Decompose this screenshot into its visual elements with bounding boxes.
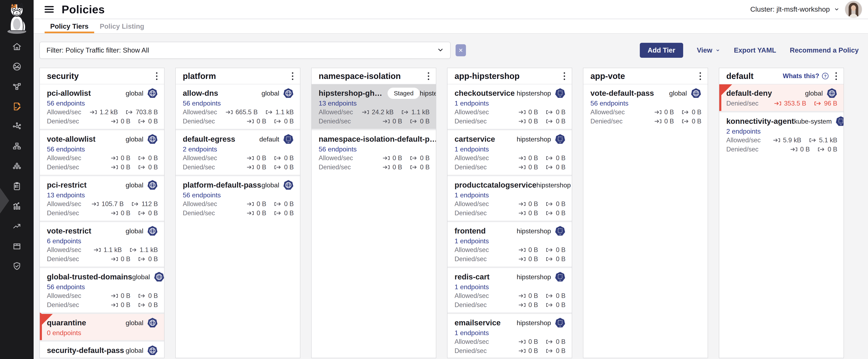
tab-policy-tiers[interactable]: Policy Tiers bbox=[44, 19, 94, 33]
endpoints-link[interactable]: 1 endpoints bbox=[455, 238, 489, 245]
policy-card-header: konnectivity-agent kube-system ns bbox=[726, 116, 837, 126]
policy-card[interactable]: default-deny global Denied/sec 353.5 B 9… bbox=[719, 84, 843, 111]
sidebar-item-network-topology[interactable] bbox=[0, 77, 34, 96]
clear-filter-button[interactable] bbox=[456, 44, 466, 56]
tier-menu-button[interactable] bbox=[698, 70, 703, 82]
ingress-arrow-icon bbox=[519, 339, 526, 344]
export-yaml-button[interactable]: Export YAML bbox=[734, 46, 776, 54]
allowed-egress-value: 5.1 kB bbox=[809, 137, 837, 144]
policy-card[interactable]: redis-cart hipstershop ns 1 endpoints Al… bbox=[447, 267, 572, 312]
cluster-selector[interactable]: Cluster: jlt-msft-workshop bbox=[750, 5, 839, 13]
topbar: Policies Cluster: jlt-msft-workshop bbox=[34, 0, 868, 19]
denied-egress-value: 0 B bbox=[546, 118, 565, 125]
denied-label: Denied/sec bbox=[726, 100, 758, 107]
sidebar-item-metrics[interactable] bbox=[0, 196, 34, 216]
endpoints-link[interactable]: 1 endpoints bbox=[455, 329, 489, 336]
policy-card[interactable]: frontend hipstershop ns 1 endpoints Allo… bbox=[447, 221, 572, 267]
denied-ingress-value: 0 B bbox=[519, 164, 538, 171]
policy-card[interactable]: vote-restrict global 6 endpoints Allowed… bbox=[40, 221, 164, 267]
policy-card[interactable]: emailservice hipstershop ns 1 endpoints … bbox=[447, 312, 572, 358]
egress-arrow-icon bbox=[138, 156, 146, 160]
allowed-egress-value: 0 B bbox=[546, 338, 565, 346]
endpoints-link[interactable]: 2 endpoints bbox=[183, 146, 217, 153]
endpoints-link[interactable]: 1 endpoints bbox=[455, 100, 489, 107]
view-menu-button[interactable]: View bbox=[697, 46, 720, 54]
policy-card[interactable]: global-trusted-domains global 56 endpoin… bbox=[40, 267, 164, 312]
endpoints-link[interactable]: 2 endpoints bbox=[726, 128, 761, 135]
endpoints-link[interactable]: 1 endpoints bbox=[455, 192, 489, 199]
sidebar-item-trends[interactable] bbox=[0, 216, 34, 236]
policy-card[interactable]: pci-allowlist global 56 endpoints Allowe… bbox=[40, 84, 164, 129]
policy-card[interactable]: vote-default-pass global 56 endpoints Al… bbox=[583, 84, 708, 129]
namespace-scope-icon: ns bbox=[555, 317, 565, 328]
allowed-label: Allowed/sec bbox=[455, 338, 489, 346]
policy-card[interactable]: default-egress default ns 2 endpoints Al… bbox=[176, 129, 300, 175]
allowed-ingress-value: 0 B bbox=[519, 200, 538, 208]
tier-menu-button[interactable] bbox=[562, 70, 567, 82]
egress-arrow-icon bbox=[274, 202, 281, 206]
egress-arrow-icon bbox=[266, 110, 273, 114]
policy-card[interactable]: cartservice hipstershop ns 1 endpoints A… bbox=[447, 129, 572, 175]
endpoints-link[interactable]: 56 endpoints bbox=[319, 146, 356, 153]
policy-card[interactable]: productcatalogservice hipstershop ns 1 e… bbox=[447, 175, 572, 221]
question-circle-icon: ? bbox=[822, 73, 829, 80]
sidebar-item-endpoints[interactable] bbox=[0, 156, 34, 176]
allowed-ingress-value: 5.9 kB bbox=[773, 137, 801, 144]
endpoints-link[interactable]: 56 endpoints bbox=[590, 100, 628, 107]
endpoints-link[interactable]: 56 endpoints bbox=[183, 192, 221, 199]
chevron-down-icon bbox=[437, 47, 443, 54]
endpoints-link[interactable]: 13 endpoints bbox=[319, 100, 356, 107]
endpoints-link[interactable]: 0 endpoints bbox=[47, 329, 81, 336]
recommend-policy-button[interactable]: Recommend a Policy bbox=[790, 46, 859, 54]
allowed-per-sec-row: Allowed/sec 0 B 0 B bbox=[183, 200, 294, 208]
endpoints-link[interactable]: 13 endpoints bbox=[47, 192, 85, 199]
tier-menu-button[interactable] bbox=[154, 70, 159, 82]
sidebar-item-compliance[interactable] bbox=[0, 256, 34, 276]
egress-arrow-icon bbox=[546, 257, 553, 261]
tab-policy-listing[interactable]: Policy Listing bbox=[94, 19, 150, 33]
policy-card[interactable]: checkoutservice hipstershop ns 1 endpoin… bbox=[447, 84, 572, 129]
sidebar-item-policies[interactable] bbox=[0, 96, 34, 116]
policy-card[interactable]: quarantine global 0 endpoints bbox=[40, 312, 164, 340]
sidebar-item-service-graph[interactable] bbox=[0, 116, 34, 136]
sidebar-item-packages[interactable] bbox=[0, 236, 34, 256]
tier-title: platform bbox=[183, 72, 216, 81]
tier-menu-button[interactable] bbox=[290, 70, 296, 82]
endpoints-link[interactable]: 1 endpoints bbox=[455, 146, 489, 153]
endpoints-link[interactable]: 56 endpoints bbox=[183, 100, 221, 107]
denied-egress-value: 0 B bbox=[546, 210, 565, 217]
tier-menu-button[interactable] bbox=[833, 70, 839, 82]
policy-card[interactable]: namespace-isolation-default-p… global 56… bbox=[312, 129, 436, 175]
hamburger-menu-button[interactable] bbox=[44, 6, 54, 13]
ingress-arrow-icon bbox=[225, 110, 233, 114]
policy-scope-label: global bbox=[261, 89, 279, 97]
endpoints-link[interactable]: 56 endpoints bbox=[47, 283, 85, 291]
policy-card[interactable]: vote-allowlist global 56 endpoints Allow… bbox=[40, 129, 164, 175]
allowed-per-sec-row: Allowed/sec 0 B 0 B bbox=[455, 200, 565, 208]
policy-card[interactable]: security-default-pass global bbox=[40, 340, 164, 358]
policy-card[interactable]: konnectivity-agent kube-system ns 2 endp… bbox=[719, 111, 843, 157]
policy-card[interactable]: hipstershop-gh… Staged hipstershop ns 13… bbox=[312, 84, 436, 129]
endpoints-link[interactable]: 1 endpoints bbox=[455, 283, 489, 291]
add-tier-button[interactable]: Add Tier bbox=[640, 43, 683, 58]
user-avatar[interactable] bbox=[845, 1, 862, 18]
egress-arrow-icon bbox=[126, 110, 133, 114]
tier-cards: hipstershop-gh… Staged hipstershop ns 13… bbox=[312, 84, 436, 358]
sidebar-item-dashboard[interactable] bbox=[0, 56, 34, 77]
endpoints-link[interactable]: 56 endpoints bbox=[47, 100, 85, 107]
sidebar-item-home[interactable] bbox=[0, 36, 34, 56]
policy-card[interactable]: platform-default-pass global 56 endpoint… bbox=[176, 175, 300, 221]
policy-card[interactable]: allow-dns global 56 endpoints Allowed/se… bbox=[176, 84, 300, 129]
tier-help-link[interactable]: Whats this? ? bbox=[783, 72, 829, 80]
policy-filter-dropdown[interactable]: Filter: Policy Traffic filter: Show All bbox=[39, 42, 451, 59]
endpoints-link[interactable]: 6 endpoints bbox=[47, 238, 81, 245]
sidebar-item-reports[interactable] bbox=[0, 176, 34, 196]
endpoints-link[interactable]: 56 endpoints bbox=[47, 146, 85, 153]
allowed-per-sec-row: Allowed/sec 5.9 kB 5.1 kB bbox=[726, 137, 837, 144]
sidebar-item-hierarchy[interactable] bbox=[0, 136, 34, 156]
denied-egress-value: 0 B bbox=[274, 210, 294, 217]
egress-arrow-icon bbox=[274, 165, 281, 169]
policy-card[interactable]: pci-restrict global 13 endpoints Allowed… bbox=[40, 175, 164, 221]
global-scope-icon bbox=[147, 134, 158, 145]
tier-menu-button[interactable] bbox=[426, 70, 431, 82]
